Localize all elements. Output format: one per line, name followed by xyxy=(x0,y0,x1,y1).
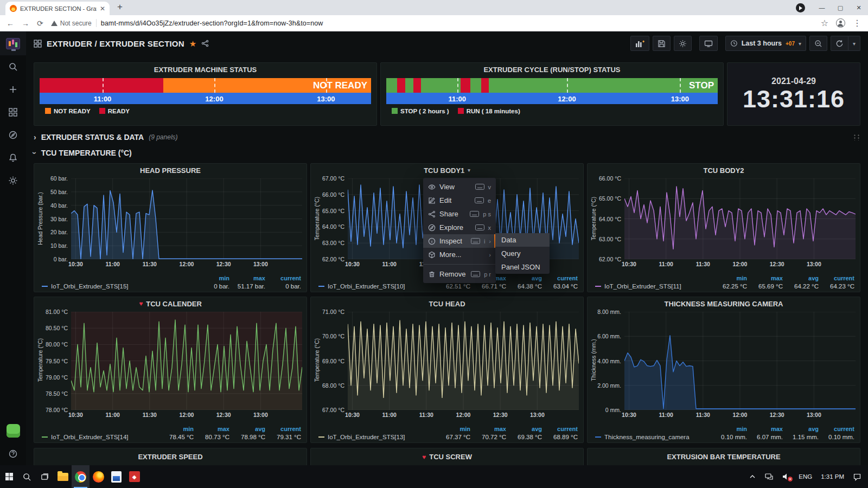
start-button[interactable] xyxy=(0,465,18,488)
legend-stat-header[interactable]: avg xyxy=(506,426,542,432)
legend-stat-header[interactable]: min xyxy=(711,275,747,281)
legend-series-name[interactable]: IoT_Orbi_Extruder_STS[10] xyxy=(328,283,435,290)
search-icon[interactable] xyxy=(0,55,26,78)
submenu-item-query[interactable]: Query xyxy=(495,247,550,260)
legend-series-name[interactable]: IoT_Orbi_Extruder_STS[15] xyxy=(51,283,194,290)
menu-item-edit[interactable]: Edit e xyxy=(423,194,496,207)
forward-icon[interactable]: → xyxy=(22,19,29,28)
user-avatar[interactable] xyxy=(7,424,20,438)
save-dashboard-button[interactable] xyxy=(653,36,671,51)
submenu-item-data[interactable]: Data xyxy=(495,233,550,247)
chart-plot[interactable] xyxy=(71,312,302,410)
share-icon[interactable] xyxy=(201,40,209,47)
firefox-icon[interactable] xyxy=(90,465,107,488)
dashboards-icon[interactable] xyxy=(0,101,26,124)
legend-stat-header[interactable]: avg xyxy=(229,426,265,432)
panel-title[interactable]: EXTRUDER CYCLE (RUN/STOP) STATUS xyxy=(381,63,723,76)
panel-title[interactable]: EXTRUSION BAR TEMPERATURE xyxy=(588,448,860,465)
not-secure-warning[interactable]: Not secure xyxy=(51,20,92,27)
submenu-item-panel-json[interactable]: Panel JSON xyxy=(495,260,550,274)
legend-stat-header[interactable]: min xyxy=(158,426,194,432)
legend-series-name[interactable]: IoT_Orbi_Extruder_STS[13] xyxy=(328,434,435,440)
legend-stat-header[interactable]: max xyxy=(229,275,265,281)
red-app-icon[interactable]: ◆ xyxy=(125,465,143,488)
legend-stat-header[interactable]: min xyxy=(711,426,747,432)
address-bar[interactable]: Not secure bamt-mms/d/i4Oo35jZz/extruder… xyxy=(51,19,813,27)
new-tab-button[interactable]: + xyxy=(117,2,123,12)
menu-item-view[interactable]: View v xyxy=(423,180,496,194)
language-indicator[interactable]: ENG xyxy=(794,465,816,488)
panel-title[interactable]: ♥TCU SCREW xyxy=(311,448,583,465)
kiosk-tv-button[interactable] xyxy=(699,36,718,51)
grafana-logo[interactable] xyxy=(0,31,26,55)
status-timeline-bar[interactable]: STOP xyxy=(386,78,718,93)
volume-muted-icon[interactable]: ✕ xyxy=(777,465,794,488)
legend-stat-header[interactable]: current xyxy=(542,426,578,432)
settings-gear-icon[interactable] xyxy=(0,169,26,192)
legend-series-name[interactable]: IoT_Orbi_Extruder_STS[11] xyxy=(604,283,711,290)
legend-series-name[interactable]: Thickness_measuring_camera xyxy=(604,434,711,440)
legend-stat-header[interactable]: max xyxy=(747,275,783,281)
bookmark-star-icon[interactable]: ☆ xyxy=(821,18,828,28)
status-legend-item[interactable]: STOP ( 2 hours ) xyxy=(392,108,449,114)
panel-title[interactable]: TCU HEAD xyxy=(311,297,583,310)
legend-stat-header[interactable]: max xyxy=(194,426,229,432)
row-extruder-status-data[interactable]: › EXTRUDER STATUS & DATA (9 panels) xyxy=(34,132,860,142)
panel-title[interactable]: TCU BODY2 xyxy=(588,164,860,177)
dashboard-settings-button[interactable] xyxy=(674,36,692,51)
legend-stat-header[interactable]: avg xyxy=(506,275,542,281)
media-control-badge[interactable] xyxy=(796,3,805,12)
alerting-bell-icon[interactable] xyxy=(0,146,26,169)
legend-stat-header[interactable]: current xyxy=(265,426,301,432)
legend-stat-header[interactable]: current xyxy=(265,275,301,281)
file-explorer-icon[interactable] xyxy=(54,465,72,488)
status-legend-item[interactable]: NOT READY xyxy=(45,108,91,114)
task-view-icon[interactable] xyxy=(36,465,54,488)
back-icon[interactable]: ← xyxy=(7,19,14,28)
panel-title[interactable]: ♥TCU CALENDER xyxy=(34,297,307,310)
help-icon[interactable] xyxy=(0,442,26,465)
panel-title[interactable]: THICKNESS MEASURING CAMERA xyxy=(588,297,860,310)
reload-icon[interactable]: ⟳ xyxy=(37,19,43,28)
row-drag-handle[interactable] xyxy=(853,134,860,140)
menu-item-explore[interactable]: Explore x xyxy=(423,221,496,234)
panel-title[interactable]: EXTRUDER SPEED xyxy=(34,448,307,465)
refresh-interval-dropdown[interactable]: ▾ xyxy=(848,36,860,51)
legend-stat-header[interactable]: current xyxy=(542,275,578,281)
favorite-star-icon[interactable]: ★ xyxy=(189,40,196,48)
status-timeline-bar[interactable]: NOT READY xyxy=(40,78,371,93)
zoom-out-button[interactable] xyxy=(809,36,827,51)
browser-tab[interactable]: EXTRUDER SECTION - Grafana ✕ xyxy=(5,2,110,15)
menu-item-share[interactable]: Share p s xyxy=(423,207,496,221)
panel-title[interactable]: TCU BODY1▾ xyxy=(311,164,583,177)
panel-menu-chevron-icon[interactable]: ▾ xyxy=(468,168,470,173)
row-tcu-temperature[interactable]: › TCU TEMPERATURE (°C) xyxy=(34,147,860,159)
legend-stat-header[interactable]: current xyxy=(819,275,854,281)
legend-stat-header[interactable]: avg xyxy=(783,275,819,281)
time-range-picker[interactable]: Last 3 hours +07 ▾ xyxy=(725,36,806,51)
legend-series-name[interactable]: IoT_Orbi_Extruder_STS[14] xyxy=(51,434,158,440)
browser-menu-icon[interactable]: ⋮ xyxy=(853,18,861,28)
window-close-button[interactable]: ✕ xyxy=(850,0,868,15)
blue-app-icon[interactable] xyxy=(107,465,125,488)
legend-stat-header[interactable]: min xyxy=(435,426,470,432)
chart-plot[interactable] xyxy=(348,312,579,410)
legend-stat-header[interactable]: min xyxy=(194,275,229,281)
explore-compass-icon[interactable] xyxy=(0,124,26,146)
legend-stat-header[interactable]: max xyxy=(747,426,783,432)
refresh-button[interactable] xyxy=(831,36,848,51)
window-maximize-button[interactable]: ▢ xyxy=(831,0,850,15)
panel-title[interactable]: EXTRUDER MACHINE STATUS xyxy=(34,63,376,76)
taskbar-search-icon[interactable] xyxy=(18,465,36,488)
chart-plot[interactable] xyxy=(624,312,856,410)
menu-item-more[interactable]: More... › xyxy=(423,248,496,261)
chart-plot[interactable] xyxy=(71,178,302,259)
legend-stat-header[interactable]: current xyxy=(819,426,854,432)
create-plus-icon[interactable] xyxy=(0,78,26,101)
tab-close-icon[interactable]: ✕ xyxy=(100,5,105,12)
panel-title[interactable]: HEAD PRESSURE xyxy=(34,164,307,177)
menu-item-inspect[interactable]: Inspect i › xyxy=(423,234,496,248)
chart-plot[interactable] xyxy=(624,178,856,259)
tray-chevron-up-icon[interactable] xyxy=(745,465,760,488)
network-icon[interactable] xyxy=(760,465,777,488)
